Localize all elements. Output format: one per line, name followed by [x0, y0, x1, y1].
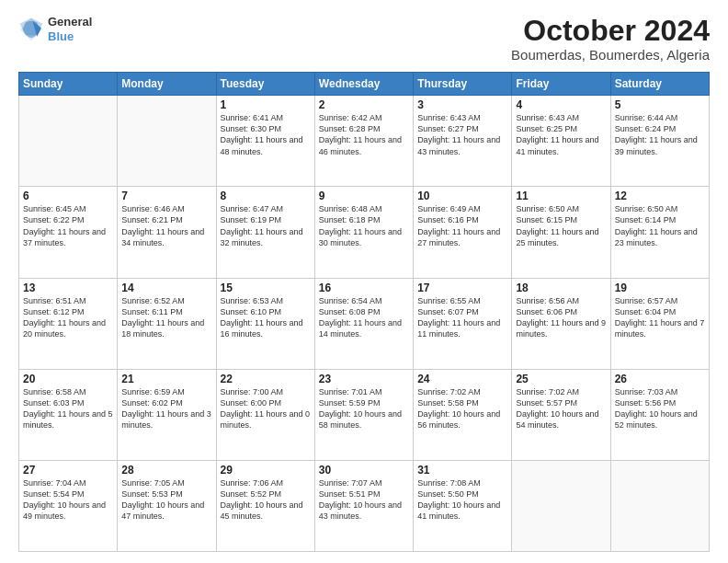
- cell-line: Sunrise: 7:07 AM: [319, 477, 409, 488]
- cell-line: Sunrise: 7:00 AM: [221, 386, 311, 397]
- cell-line: Sunset: 6:19 PM: [221, 214, 311, 225]
- cell-line: Sunset: 5:58 PM: [417, 397, 507, 408]
- calendar-cell: 3Sunrise: 6:43 AMSunset: 6:27 PMDaylight…: [414, 96, 512, 187]
- calendar-cell: 14Sunrise: 6:52 AMSunset: 6:11 PMDayligh…: [118, 278, 216, 369]
- logo-line1: General: [48, 15, 92, 29]
- day-number: 8: [221, 190, 311, 202]
- cell-line: Sunset: 6:30 PM: [221, 123, 311, 134]
- cell-line: Daylight: 11 hours and 18 minutes.: [121, 317, 211, 339]
- cell-line: Sunrise: 6:50 AM: [615, 203, 705, 214]
- cell-line: Sunset: 6:28 PM: [319, 123, 409, 134]
- day-number: 1: [221, 98, 311, 111]
- cell-line: Sunset: 5:53 PM: [121, 488, 211, 500]
- cell-line: Sunrise: 6:43 AM: [417, 112, 507, 123]
- cell-line: Sunset: 6:25 PM: [516, 123, 606, 134]
- cell-line: Sunset: 6:06 PM: [516, 306, 606, 317]
- cell-line: Daylight: 11 hours and 48 minutes.: [221, 134, 311, 156]
- calendar-cell: 18Sunrise: 6:56 AMSunset: 6:06 PMDayligh…: [512, 278, 610, 369]
- cell-line: Sunset: 5:54 PM: [23, 488, 113, 500]
- day-header-monday: Monday: [118, 73, 216, 96]
- day-number: 27: [23, 464, 113, 477]
- calendar-cell: 1Sunrise: 6:41 AMSunset: 6:30 PMDaylight…: [216, 96, 314, 187]
- cell-line: Daylight: 10 hours and 58 minutes.: [319, 408, 409, 431]
- cell-line: Daylight: 11 hours and 27 minutes.: [417, 226, 507, 248]
- calendar-cell: 8Sunrise: 6:47 AMSunset: 6:19 PMDaylight…: [216, 187, 314, 278]
- cell-line: Sunset: 6:27 PM: [417, 123, 507, 134]
- logo-text: General Blue: [48, 15, 92, 43]
- cell-line: Daylight: 11 hours and 20 minutes.: [23, 317, 113, 339]
- day-number: 13: [23, 282, 113, 294]
- calendar-cell: [610, 460, 709, 551]
- cell-line: Sunset: 6:10 PM: [221, 306, 311, 317]
- day-number: 29: [221, 464, 311, 477]
- calendar-cell: 2Sunrise: 6:42 AMSunset: 6:28 PMDaylight…: [314, 96, 413, 187]
- cell-line: Sunrise: 6:56 AM: [516, 295, 606, 306]
- calendar-cell: 6Sunrise: 6:45 AMSunset: 6:22 PMDaylight…: [19, 187, 118, 278]
- cell-line: Sunset: 6:04 PM: [615, 306, 705, 317]
- calendar-cell: 24Sunrise: 7:02 AMSunset: 5:58 PMDayligh…: [414, 369, 512, 460]
- calendar-cell: 20Sunrise: 6:58 AMSunset: 6:03 PMDayligh…: [19, 369, 118, 460]
- cell-line: Sunrise: 7:04 AM: [23, 477, 113, 488]
- day-number: 30: [319, 464, 409, 477]
- calendar-cell: 21Sunrise: 6:59 AMSunset: 6:02 PMDayligh…: [118, 369, 216, 460]
- page: General Blue October 2024 Boumerdas, Bou…: [0, 0, 728, 563]
- cell-line: Sunrise: 6:53 AM: [221, 295, 311, 306]
- calendar-cell: 11Sunrise: 6:50 AMSunset: 6:15 PMDayligh…: [512, 187, 610, 278]
- cell-line: Daylight: 11 hours and 37 minutes.: [23, 226, 113, 248]
- day-header-thursday: Thursday: [414, 73, 512, 96]
- calendar-cell: 15Sunrise: 6:53 AMSunset: 6:10 PMDayligh…: [216, 278, 314, 369]
- cell-line: Sunrise: 7:02 AM: [516, 386, 606, 397]
- cell-line: Daylight: 10 hours and 45 minutes.: [221, 500, 311, 522]
- cell-line: Daylight: 11 hours and 34 minutes.: [121, 226, 211, 248]
- logo: General Blue: [18, 15, 92, 43]
- day-number: 16: [319, 282, 409, 294]
- day-number: 10: [417, 190, 507, 202]
- cell-line: Daylight: 11 hours and 9 minutes.: [516, 317, 606, 339]
- cell-line: Daylight: 11 hours and 14 minutes.: [319, 317, 409, 339]
- cell-line: Sunrise: 6:51 AM: [23, 295, 113, 306]
- cell-line: Sunset: 6:16 PM: [417, 214, 507, 225]
- calendar-cell: 26Sunrise: 7:03 AMSunset: 5:56 PMDayligh…: [610, 369, 709, 460]
- cell-line: Sunrise: 6:52 AM: [121, 295, 211, 306]
- day-number: 25: [516, 373, 606, 385]
- day-number: 18: [516, 282, 606, 294]
- cell-line: Sunset: 6:18 PM: [319, 214, 409, 225]
- day-number: 20: [23, 373, 113, 385]
- cell-line: Sunrise: 7:05 AM: [121, 477, 211, 488]
- calendar-cell: [118, 96, 216, 187]
- cell-line: Daylight: 11 hours and 43 minutes.: [417, 134, 507, 156]
- day-number: 2: [319, 98, 409, 111]
- cell-line: Sunrise: 6:41 AM: [221, 112, 311, 123]
- cell-line: Sunset: 6:03 PM: [23, 397, 113, 408]
- cell-line: Sunrise: 7:03 AM: [615, 386, 705, 397]
- calendar-cell: 29Sunrise: 7:06 AMSunset: 5:52 PMDayligh…: [216, 460, 314, 551]
- cell-line: Daylight: 10 hours and 54 minutes.: [516, 408, 606, 431]
- calendar-subtitle: Boumerdas, Boumerdes, Algeria: [511, 47, 710, 63]
- cell-line: Daylight: 11 hours and 41 minutes.: [516, 134, 606, 156]
- cell-line: Daylight: 10 hours and 41 minutes.: [417, 500, 507, 522]
- day-number: 6: [23, 190, 113, 202]
- cell-line: Sunset: 5:56 PM: [615, 397, 705, 408]
- cell-line: Sunrise: 6:45 AM: [23, 203, 113, 214]
- calendar-cell: 5Sunrise: 6:44 AMSunset: 6:24 PMDaylight…: [610, 96, 709, 187]
- cell-line: Sunset: 6:15 PM: [516, 214, 606, 225]
- calendar-header-row: SundayMondayTuesdayWednesdayThursdayFrid…: [19, 73, 710, 96]
- calendar-cell: 17Sunrise: 6:55 AMSunset: 6:07 PMDayligh…: [414, 278, 512, 369]
- day-header-tuesday: Tuesday: [216, 73, 314, 96]
- cell-line: Sunset: 5:50 PM: [417, 488, 507, 500]
- cell-line: Sunrise: 6:50 AM: [516, 203, 606, 214]
- day-number: 31: [417, 464, 507, 477]
- calendar-week-1: 1Sunrise: 6:41 AMSunset: 6:30 PMDaylight…: [19, 96, 710, 187]
- cell-line: Daylight: 10 hours and 52 minutes.: [615, 408, 705, 431]
- cell-line: Sunrise: 6:46 AM: [121, 203, 211, 214]
- calendar-title: October 2024: [511, 15, 710, 47]
- cell-line: Daylight: 11 hours and 25 minutes.: [516, 226, 606, 248]
- cell-line: Sunrise: 6:54 AM: [319, 295, 409, 306]
- cell-line: Sunrise: 7:01 AM: [319, 386, 409, 397]
- header: General Blue October 2024 Boumerdas, Bou…: [18, 15, 710, 63]
- calendar-table: SundayMondayTuesdayWednesdayThursdayFrid…: [18, 72, 710, 552]
- day-number: 3: [417, 98, 507, 111]
- cell-line: Daylight: 10 hours and 49 minutes.: [23, 500, 113, 522]
- cell-line: Daylight: 11 hours and 23 minutes.: [615, 226, 705, 248]
- cell-line: Daylight: 10 hours and 47 minutes.: [121, 500, 211, 522]
